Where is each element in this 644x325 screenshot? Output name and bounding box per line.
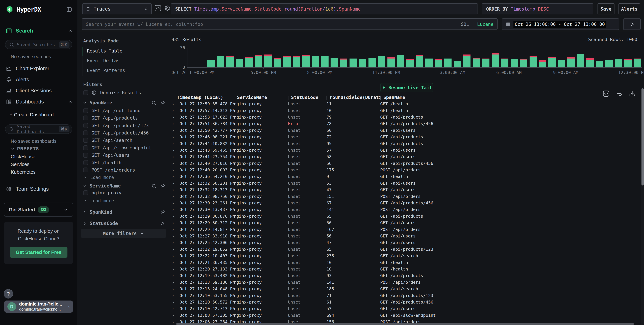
table-row[interactable]: ›Oct 27 12:30:13.437 PMnginx-proxyUnset1… xyxy=(170,206,639,213)
row-expand-chevron-icon[interactable]: › xyxy=(170,300,177,305)
column-header-duration[interactable]: round(divide(Duration, xyxy=(326,95,380,100)
create-dashboard-button[interactable]: + Create Dashboard xyxy=(10,112,54,118)
filter-option[interactable]: GET /api/slow-endpoint xyxy=(83,145,152,150)
table-row[interactable]: ›Oct 27 12:06:27.284 PMnginx-proxyUnset1… xyxy=(170,319,639,324)
search-input[interactable]: Search your events w/ Lucene ex. column:… xyxy=(82,18,498,30)
row-expand-chevron-icon[interactable]: › xyxy=(170,141,177,146)
table-row[interactable]: ›Oct 27 12:08:57.305 PMnginx-proxyUnset6… xyxy=(170,312,639,319)
checkbox[interactable] xyxy=(83,90,88,95)
user-menu[interactable]: D dominic.tran@clic... dominic.tran@clic… xyxy=(4,301,73,313)
get-started-dropdown[interactable]: Get Started 3/3 xyxy=(4,203,73,217)
histogram-bar[interactable] xyxy=(405,47,414,67)
table-row[interactable]: ›Oct 27 12:32:08.750 PMnginx-proxyUnset1… xyxy=(170,193,639,200)
filter-section-spankind[interactable]: SpanKind xyxy=(82,209,165,215)
row-expand-chevron-icon[interactable]: › xyxy=(170,227,177,232)
row-expand-chevron-icon[interactable]: › xyxy=(170,148,177,153)
column-resize-handle[interactable] xyxy=(380,95,381,100)
sidebar-item-search[interactable]: Search xyxy=(6,26,73,35)
row-expand-chevron-icon[interactable]: › xyxy=(170,121,177,126)
help-button[interactable]: ? xyxy=(4,289,13,299)
analysis-mode-results-table[interactable]: Results Table xyxy=(87,48,122,53)
histogram-bar[interactable] xyxy=(282,47,292,67)
table-row[interactable]: ›Oct 27 12:41:23.754 PMnginx-proxyUnset5… xyxy=(170,153,639,160)
histogram-bar[interactable] xyxy=(320,47,330,67)
histogram-bar[interactable] xyxy=(197,47,206,67)
histogram-bar[interactable] xyxy=(263,47,273,67)
column-header-statuscode[interactable]: StatusCode xyxy=(288,95,326,100)
filter-section-statuscode[interactable]: StatusCode xyxy=(82,221,165,226)
table-row[interactable]: ›Oct 27 12:10:53.155 PMnginx-proxyUnset7… xyxy=(170,292,639,299)
row-expand-chevron-icon[interactable]: › xyxy=(170,233,177,239)
row-expand-chevron-icon[interactable]: › xyxy=(170,280,177,285)
checkbox[interactable] xyxy=(83,138,88,143)
filter-option[interactable]: GET /api/products/456 xyxy=(83,130,149,135)
denoise-results-option[interactable]: Denoise Results xyxy=(83,90,141,95)
column-resize-handle[interactable] xyxy=(234,95,234,100)
table-row[interactable]: ›Oct 27 12:40:20.093 PMnginx-proxyUnset1… xyxy=(170,167,639,173)
chevron-up-icon[interactable] xyxy=(68,99,73,104)
column-header-servicename[interactable]: ServiceName xyxy=(234,95,288,100)
row-expand-chevron-icon[interactable]: › xyxy=(170,181,177,186)
sidebar-item-services[interactable]: Services xyxy=(11,162,29,167)
row-expand-chevron-icon[interactable]: › xyxy=(170,313,177,318)
run-query-button[interactable] xyxy=(623,18,641,30)
table-row[interactable]: ›Oct 27 12:19:53.482 PMnginx-proxyUnset9… xyxy=(170,272,639,279)
results-histogram[interactable]: 36 0 Oct 26 1:00:00 PM5:00:00 PM8:00:00 … xyxy=(187,48,642,68)
table-row[interactable]: ›Oct 27 12:51:36.784 PMnginx-proxyError7… xyxy=(170,120,639,127)
collapse-sidebar-icon[interactable] xyxy=(66,6,72,12)
table-row[interactable]: ›Oct 27 12:44:10.832 PMnginx-proxyUnset9… xyxy=(170,140,639,147)
code-toggle-icon[interactable] xyxy=(154,4,162,12)
histogram-bar[interactable] xyxy=(415,47,424,67)
histogram-bar[interactable] xyxy=(424,47,434,67)
histogram-bar[interactable] xyxy=(604,47,614,67)
histogram-bar[interactable] xyxy=(510,47,519,67)
table-row[interactable]: ›Oct 27 12:29:14.817 PMnginx-proxyUnset1… xyxy=(170,226,639,233)
checkbox[interactable] xyxy=(83,168,88,172)
histogram-bar[interactable] xyxy=(462,47,472,67)
gear-icon[interactable] xyxy=(164,5,170,11)
row-expand-chevron-icon[interactable]: › xyxy=(170,214,177,219)
filter-section-spanname[interactable]: SpanName xyxy=(82,100,165,105)
histogram-bar[interactable] xyxy=(216,47,225,67)
row-expand-chevron-icon[interactable]: › xyxy=(170,174,177,179)
table-row[interactable]: ›Oct 27 12:32:58.201 PMnginx-proxyUnset5… xyxy=(170,180,639,186)
row-expand-chevron-icon[interactable]: › xyxy=(170,108,177,113)
histogram-bar[interactable] xyxy=(244,47,254,67)
table-row[interactable]: ›Oct 27 12:20:27.133 PMnginx-proxyUnset1… xyxy=(170,266,639,272)
row-expand-chevron-icon[interactable]: › xyxy=(170,134,177,140)
source-select[interactable]: Traces xyxy=(82,3,152,14)
alerts-button[interactable]: Alerts xyxy=(618,3,640,14)
date-range-picker[interactable]: Oct 26 13:00:00 - Oct 27 13:00:00 xyxy=(502,18,619,30)
sidebar-item-team-settings[interactable]: Team Settings xyxy=(6,184,73,194)
table-row[interactable]: ›Oct 27 12:22:10.403 PMnginx-proxyUnset2… xyxy=(170,253,639,259)
histogram-bar[interactable] xyxy=(576,47,585,67)
histogram-bar[interactable] xyxy=(225,47,235,67)
table-row[interactable]: ›Oct 27 12:29:30.712 PMnginx-proxyUnset5… xyxy=(170,220,639,226)
pin-icon[interactable] xyxy=(160,221,165,226)
table-row[interactable]: ›Oct 27 12:32:18.313 PMnginx-proxyUnset4… xyxy=(170,186,639,193)
checkbox[interactable] xyxy=(83,160,88,165)
histogram-bar[interactable] xyxy=(377,47,386,67)
pin-icon[interactable] xyxy=(160,100,165,105)
row-expand-chevron-icon[interactable]: › xyxy=(170,187,177,192)
row-expand-chevron-icon[interactable]: › xyxy=(170,207,177,212)
table-row[interactable]: ›Oct 27 12:36:54.210 PMnginx-proxyUnset9… xyxy=(170,173,639,180)
histogram-bar[interactable] xyxy=(434,47,443,67)
row-expand-chevron-icon[interactable]: › xyxy=(170,240,177,245)
histogram-bar[interactable] xyxy=(386,47,396,67)
row-expand-chevron-icon[interactable]: › xyxy=(170,286,177,292)
sidebar-item-alerts[interactable]: Alerts xyxy=(6,75,73,84)
histogram-bar[interactable] xyxy=(557,47,566,67)
orderby-clause-input[interactable]: ORDER BY Timestamp DESC xyxy=(482,3,593,14)
table-row[interactable]: ›Oct 27 12:13:59.180 PMnginx-proxyUnset1… xyxy=(170,279,639,286)
histogram-bar[interactable] xyxy=(443,47,452,67)
histogram-bar[interactable] xyxy=(614,47,623,67)
checkbox[interactable] xyxy=(83,145,88,150)
row-expand-chevron-icon[interactable]: › xyxy=(170,115,177,120)
row-expand-chevron-icon[interactable]: › xyxy=(170,194,177,199)
row-expand-chevron-icon[interactable]: › xyxy=(170,200,177,206)
search-icon[interactable] xyxy=(151,183,156,189)
histogram-bar[interactable] xyxy=(528,47,538,67)
histogram-bar[interactable] xyxy=(519,47,528,67)
row-expand-chevron-icon[interactable]: › xyxy=(170,220,177,225)
